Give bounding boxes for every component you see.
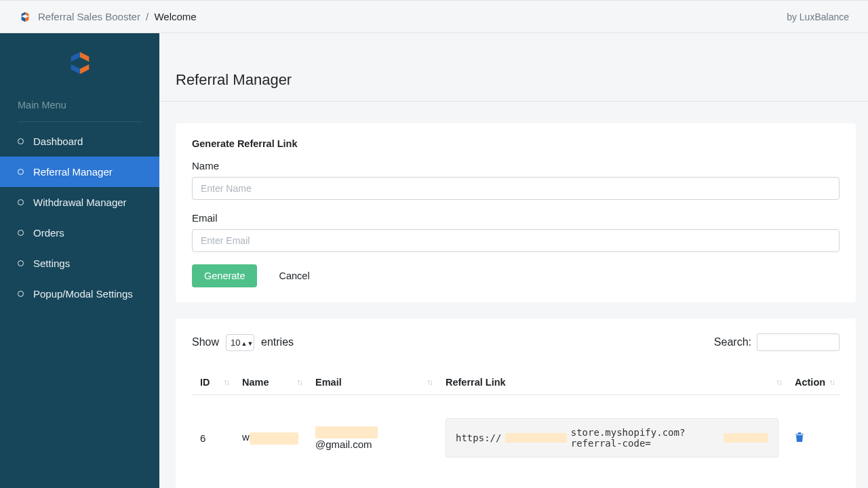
sidebar-item-label: Withdrawal Manager	[33, 197, 127, 208]
entries-label: entries	[261, 336, 294, 348]
bullet-icon	[18, 138, 24, 144]
sidebar-logo-wrap	[0, 33, 159, 86]
breadcrumb-app: Referral Sales Booster	[38, 11, 140, 22]
generate-button[interactable]: Generate	[192, 264, 257, 287]
byline: by LuxBalance	[787, 12, 849, 22]
name-label: Name	[192, 160, 840, 171]
sidebar: Main Menu Dashboard Referral Manager Wit…	[0, 33, 159, 488]
sort-icon: ↑↓	[427, 378, 432, 387]
app-logo-icon	[19, 11, 31, 23]
sidebar-section-label: Main Menu	[0, 86, 159, 115]
search-wrap: Search:	[714, 333, 840, 351]
bullet-icon	[18, 291, 24, 297]
bullet-icon	[18, 230, 24, 236]
page-title: Referral Manager	[176, 71, 852, 89]
bullet-icon	[18, 199, 24, 205]
bullet-icon	[18, 260, 24, 266]
content: Referral Manager Generate Referral Link …	[159, 33, 868, 488]
table-card: Show 10▲▼ entries Search:	[176, 319, 856, 488]
redacted-name	[250, 432, 298, 445]
topbar: Referral Sales Booster / Welcome by LuxB…	[0, 0, 868, 33]
sidebar-logo-icon	[66, 50, 94, 76]
sidebar-item-referral-manager[interactable]: Referral Manager	[0, 157, 159, 187]
col-action[interactable]: Action↑↓	[787, 370, 840, 395]
sidebar-item-popup-modal-settings[interactable]: Popup/Modal Settings	[0, 279, 159, 309]
sort-icon: ↑↓	[296, 378, 302, 387]
cancel-button[interactable]: Cancel	[267, 264, 321, 287]
sidebar-item-settings[interactable]: Settings	[0, 248, 159, 279]
cell-action	[787, 395, 840, 481]
select-caret-icon: ▲▼	[241, 340, 254, 347]
referral-link-box[interactable]: https:// store.myshopify.com?referral-co…	[446, 418, 778, 458]
cell-name: w	[234, 395, 307, 481]
sidebar-item-withdrawal-manager[interactable]: Withdrawal Manager	[0, 187, 159, 218]
sort-icon: ↑↓	[776, 378, 781, 387]
sidebar-item-label: Settings	[33, 258, 70, 269]
col-name[interactable]: Name↑↓	[234, 370, 307, 395]
search-input[interactable]	[757, 333, 840, 351]
bullet-icon	[18, 169, 24, 175]
redacted-link-code	[724, 433, 768, 443]
trash-icon[interactable]	[795, 432, 804, 443]
email-label: Email	[192, 212, 840, 224]
col-id[interactable]: ID↑↓	[192, 370, 234, 395]
search-label: Search:	[714, 336, 751, 348]
name-input[interactable]	[192, 177, 840, 200]
cell-email: @gmail.com	[307, 395, 437, 481]
sidebar-item-label: Dashboard	[33, 136, 83, 147]
redacted-link-host	[505, 433, 566, 443]
generate-link-card: Generate Referral Link Name Email Genera…	[176, 123, 856, 302]
sidebar-item-label: Popup/Modal Settings	[33, 288, 133, 300]
content-header: Referral Manager	[159, 71, 868, 102]
col-email[interactable]: Email↑↓	[307, 370, 437, 395]
email-input[interactable]	[192, 229, 840, 252]
card-heading: Generate Referral Link	[192, 138, 840, 149]
col-referral-link[interactable]: Referral Link↑↓	[437, 370, 787, 395]
referrals-table: ID↑↓ Name↑↓ Email↑↓ Referral Link↑↓ Acti…	[192, 370, 840, 481]
sidebar-item-label: Referral Manager	[33, 166, 113, 178]
table-row: 6 w @gmail.com https://	[192, 395, 840, 481]
sort-icon: ↑↓	[223, 378, 229, 387]
sidebar-divider	[18, 121, 142, 122]
sidebar-item-label: Orders	[33, 227, 64, 239]
sort-icon: ↑↓	[829, 378, 834, 387]
sidebar-item-dashboard[interactable]: Dashboard	[0, 126, 159, 157]
entries-select[interactable]: 10▲▼	[226, 334, 254, 351]
sidebar-item-orders[interactable]: Orders	[0, 218, 159, 248]
breadcrumb: Referral Sales Booster / Welcome	[38, 11, 197, 22]
redacted-email	[315, 426, 378, 439]
cell-id: 6	[192, 395, 234, 481]
cell-link: https:// store.myshopify.com?referral-co…	[437, 395, 787, 481]
breadcrumb-sep: /	[146, 11, 149, 22]
breadcrumb-page: Welcome	[154, 11, 196, 22]
show-label: Show	[192, 336, 219, 348]
topbar-left: Referral Sales Booster / Welcome	[19, 11, 197, 23]
show-entries: Show 10▲▼ entries	[192, 334, 294, 351]
